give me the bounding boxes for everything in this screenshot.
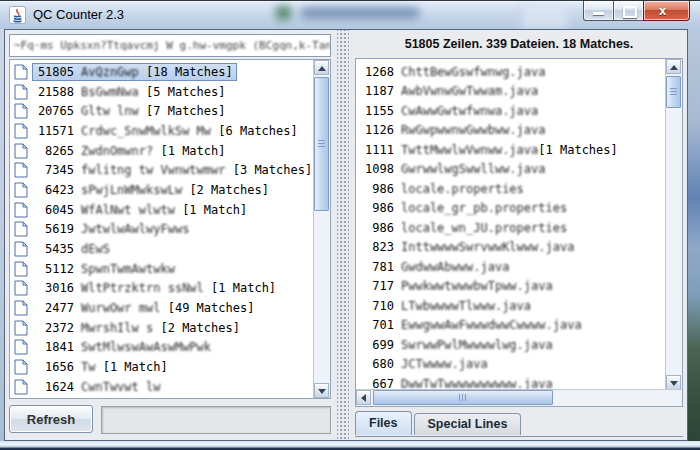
result-row[interactable]: 823InttwwwwSwrvwwKlwww.java <box>356 238 666 258</box>
scroll-down-button[interactable] <box>314 383 329 398</box>
left-pane: ~Fq·ms Upksxn?Ttqavcmj W g.hw-vmgpk (BCg… <box>5 30 337 440</box>
search-input[interactable]: ~Fq·ms Upksxn?Ttqavcmj W g.hw-vmgpk (BCg… <box>9 34 331 57</box>
line-count: 986 <box>364 182 394 196</box>
file-icon <box>14 103 28 119</box>
file-name: locale.properties <box>401 182 524 196</box>
file-name: AvQznGwp <box>81 65 139 79</box>
file-row[interactable]: 6045WfAlNwt wlwtw [1 Match] <box>10 200 314 220</box>
splitpane-divider[interactable] <box>337 30 349 440</box>
file-row[interactable]: 7345fwlitng tw Vwnwtwmwr [3 Matches] <box>10 160 314 180</box>
result-row[interactable]: 680JCTwwww.java <box>356 355 666 375</box>
file-name: MwrshIlw s <box>81 321 153 335</box>
summary-header: 51805 Zeilen. 339 Dateien. 18 Matches. <box>355 32 683 56</box>
result-row[interactable]: 1111TwttMwwlwVwnww.java [1 Matches] <box>356 140 666 160</box>
match-count-label: [6 Matches] <box>211 124 298 138</box>
file-name: locale_wn_JU.properties <box>401 221 567 235</box>
result-row[interactable]: 781GwdwwAbwww.java <box>356 257 666 277</box>
result-row[interactable]: 717PwwkwwtwwwbwTpww.java <box>356 277 666 297</box>
result-row[interactable]: 1268ChttBewGswfwnwg.java <box>356 62 666 82</box>
file-list-vertical-scrollbar[interactable] <box>313 60 330 398</box>
file-icon <box>14 123 28 139</box>
line-count: 1624 <box>36 379 74 395</box>
file-row[interactable]: 6423sPwjLnWMwkswLw [2 Matches] <box>10 180 314 200</box>
file-name: ZwdnOmwnr? <box>81 144 153 158</box>
file-name: SpwnTwmAwtwkw <box>81 262 175 276</box>
scroll-down-button[interactable] <box>666 375 681 390</box>
left-bottom-bar: Refresh <box>9 405 331 435</box>
titlebar[interactable]: QC Counter 2.3 x <box>0 0 700 30</box>
arrow-up-icon <box>318 66 326 71</box>
file-row[interactable]: 11571Crdwc_SnwMwlkSw Mw [6 Matches] <box>10 121 314 141</box>
file-row[interactable]: 1577iQC Jwvw Swwrwn Twwts [1 Match] <box>10 397 314 398</box>
result-row[interactable]: 667DwwTwTwwwwwwwwww.java <box>356 374 666 390</box>
result-row[interactable]: 1126RwGwpwwnwGwwbww.java <box>356 121 666 141</box>
match-count-label: [1 Match] <box>153 144 225 158</box>
file-row[interactable]: 3016WltPtrzktrn ssNwl [1 Match] <box>10 279 314 299</box>
file-row[interactable]: 8265ZwdnOmwnr? [1 Match] <box>10 141 314 161</box>
file-row-content: 6423sPwjLnWMwkswLw [2 Matches] <box>32 181 273 199</box>
file-row[interactable]: 2477WurwOwr mwl [49 Matches] <box>10 298 314 318</box>
result-row[interactable]: 699SwrwwPwlMwwwwlwg.java <box>356 335 666 355</box>
app-window: QC Counter 2.3 x ~Fq·ms Upksxn?Ttqavcmj … <box>0 0 700 450</box>
file-name: TwttMwwlwVwnww.java <box>401 143 538 157</box>
file-icon <box>14 320 28 336</box>
scrollbar-thumb[interactable] <box>314 77 329 211</box>
line-count: 823 <box>364 240 394 254</box>
line-count: 1111 <box>364 143 394 157</box>
result-row[interactable]: 1098GwrwwlwgSwwllww.java <box>356 160 666 180</box>
file-row-content: 11571Crdwc_SnwMwlkSw Mw [6 Matches] <box>32 122 302 140</box>
file-name: SwtMlwswAwAswMwPwk <box>81 340 211 354</box>
file-row[interactable]: 5112SpwnTwmAwtwkw <box>10 259 314 279</box>
tab-special-lines[interactable]: Special Lines <box>414 413 522 435</box>
result-list-horizontal-scrollbar[interactable] <box>356 389 682 406</box>
line-count: 1841 <box>36 339 74 355</box>
scrollbar-thumb[interactable] <box>373 390 553 405</box>
match-count-label: [49 Matches] <box>160 301 254 315</box>
scrollbar-thumb[interactable] <box>666 76 681 108</box>
file-row[interactable]: 21588BsGwmNwa [5 Matches] <box>10 82 314 102</box>
line-count: 667 <box>364 377 394 390</box>
file-row[interactable]: 20765Gltw lnw [7 Matches] <box>10 101 314 121</box>
file-row[interactable]: 51805AvQznGwp [18 Matches] <box>10 62 314 82</box>
file-name: locale_gr_pb.properties <box>401 201 567 215</box>
scroll-up-button[interactable] <box>314 60 329 75</box>
result-row[interactable]: 1187AwbVwnwGwTwwam.java <box>356 82 666 102</box>
file-row[interactable]: 1624CwnTwvwt lw <box>10 377 314 397</box>
file-row[interactable]: 5435dEwS <box>10 239 314 259</box>
line-count: 1656 <box>36 359 74 375</box>
file-name: fwlitng tw Vwnwtwmwr <box>81 163 226 177</box>
file-row[interactable]: 1841SwtMlwswAwAswMwPwk <box>10 338 314 358</box>
result-row[interactable]: 701EwwgwwAwFwwwdwwCwwww.java <box>356 316 666 336</box>
maximize-button[interactable] <box>614 1 643 21</box>
close-button[interactable]: x <box>643 1 690 21</box>
result-row[interactable]: 986locale_wn_JU.properties <box>356 218 666 238</box>
minimize-button[interactable] <box>583 1 614 21</box>
java-app-icon <box>9 6 26 24</box>
scroll-left-button[interactable] <box>356 390 371 405</box>
refresh-button[interactable]: Refresh <box>9 405 93 433</box>
line-count: 781 <box>364 260 394 274</box>
file-icon <box>14 202 28 218</box>
file-row[interactable]: 1656Tw [1 Match] <box>10 357 314 377</box>
file-name: InttwwwwSwrvwwKlwww.java <box>401 240 574 254</box>
result-row[interactable]: 986locale.properties <box>356 179 666 199</box>
result-row[interactable]: 710LTwbwwwwTlwww.java <box>356 296 666 316</box>
file-row[interactable]: 5619JwtwlwAwlwyFwws <box>10 220 314 240</box>
result-row[interactable]: 1155CwAwwGwtwfwnwa.java <box>356 101 666 121</box>
file-list-scrollpane: 51805AvQznGwp [18 Matches]21588BsGwmNwa … <box>9 59 331 399</box>
file-icon <box>14 379 28 395</box>
file-name: AwbVwnwGwTwwam.java <box>401 84 538 98</box>
file-icon <box>14 280 28 296</box>
result-list-vertical-scrollbar[interactable] <box>665 59 682 390</box>
scroll-up-button[interactable] <box>666 59 681 74</box>
result-row[interactable]: 986locale_gr_pb.properties <box>356 199 666 219</box>
file-list: 51805AvQznGwp [18 Matches]21588BsGwmNwa … <box>10 60 314 398</box>
background-bleed <box>300 7 420 19</box>
tab-files[interactable]: Files <box>355 411 412 435</box>
file-row-content: 8265ZwdnOmwnr? [1 Match] <box>32 142 230 160</box>
file-icon <box>14 339 28 355</box>
file-row-content: 7345fwlitng tw Vwnwtwmwr [3 Matches] <box>32 161 314 179</box>
file-row[interactable]: 2372MwrshIlw s [2 Matches] <box>10 318 314 338</box>
minimize-icon <box>593 12 604 15</box>
match-count-label: [3 Matches] <box>226 163 313 177</box>
